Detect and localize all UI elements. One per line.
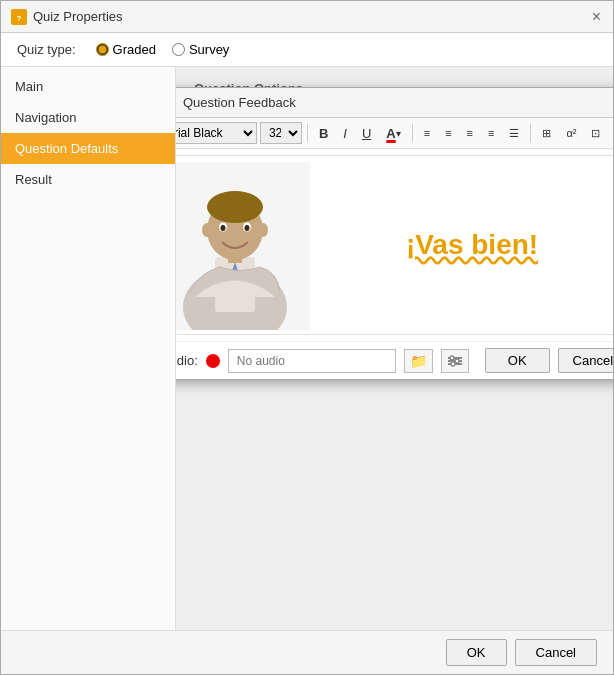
radio-graded[interactable]: Graded <box>96 42 156 57</box>
feedback-dialog-icon: ✓ <box>176 95 177 111</box>
align-justify-button[interactable]: ≡ <box>482 122 500 144</box>
sidebar-item-main[interactable]: Main <box>1 71 175 102</box>
footer-cancel-button[interactable]: Cancel <box>515 639 597 666</box>
quiz-type-radio-group: Graded Survey <box>96 42 230 57</box>
special-chars-button[interactable]: ⊞ <box>536 122 557 144</box>
radio-graded-input[interactable] <box>96 43 109 56</box>
size-select[interactable]: 32 <box>260 122 302 144</box>
dialog-cancel-button[interactable]: Cancel <box>558 348 613 373</box>
window-title: Quiz Properties <box>33 9 123 24</box>
svg-point-12 <box>258 223 268 237</box>
svg-point-16 <box>245 225 250 231</box>
feedback-content-text: ¡Vas bien! <box>406 229 538 261</box>
toolbar-sep-1 <box>307 124 308 142</box>
svg-point-15 <box>221 225 226 231</box>
person-image <box>176 160 313 330</box>
sidebar: Main Navigation Question Defaults Result <box>1 67 176 630</box>
audio-label: Audio: <box>176 353 198 368</box>
editor-toolbar: Arial Black 32 B I U A ▾ <box>176 118 613 149</box>
italic-button[interactable]: I <box>337 122 353 144</box>
footer-ok-button[interactable]: OK <box>446 639 507 666</box>
toolbar-sep-2 <box>412 124 413 142</box>
dialog-title-left: ✓ Question Feedback <box>176 95 296 111</box>
toolbar-sep-3 <box>530 124 531 142</box>
quiz-type-label: Quiz type: <box>17 42 76 57</box>
sidebar-item-question-defaults[interactable]: Question Defaults <box>1 133 175 164</box>
svg-point-22 <box>451 362 455 366</box>
radio-graded-label: Graded <box>113 42 156 57</box>
window-close-button[interactable]: × <box>590 9 603 25</box>
align-left-button[interactable]: ≡ <box>418 122 436 144</box>
audio-settings-button[interactable] <box>441 349 469 373</box>
title-bar-left: ? Quiz Properties <box>11 9 123 25</box>
quiz-type-bar: Quiz type: Graded Survey <box>1 33 613 67</box>
dialog-title-text: Question Feedback <box>183 95 296 110</box>
radio-survey-input[interactable] <box>172 43 185 56</box>
svg-point-21 <box>455 359 459 363</box>
audio-row: Audio: 📁 <box>176 341 613 379</box>
quiz-icon: ? <box>11 9 27 25</box>
bold-button[interactable]: B <box>313 122 334 144</box>
svg-point-11 <box>202 223 212 237</box>
svg-text:?: ? <box>17 13 22 22</box>
feedback-dialog: ✓ Question Feedback × Arial Black <box>176 87 613 380</box>
font-select[interactable]: Arial Black <box>176 122 257 144</box>
radio-survey-label: Survey <box>189 42 229 57</box>
bullets-button[interactable]: ☰ <box>503 122 525 144</box>
title-bar: ? Quiz Properties × <box>1 1 613 33</box>
dialog-title-bar: ✓ Question Feedback × <box>176 88 613 118</box>
dialog-ok-button[interactable]: OK <box>485 348 550 373</box>
audio-file-input[interactable] <box>228 349 396 373</box>
dialog-overlay: ✓ Question Feedback × Arial Black <box>176 67 613 630</box>
main-content: Question Options Points: ▲ ▼ Penalty: ▲ <box>176 67 613 630</box>
editor-text-area: ¡Vas bien! <box>313 219 613 271</box>
sidebar-item-navigation[interactable]: Navigation <box>1 102 175 133</box>
align-right-button[interactable]: ≡ <box>461 122 479 144</box>
window-body: Main Navigation Question Defaults Result… <box>1 67 613 630</box>
align-center-button[interactable]: ≡ <box>439 122 457 144</box>
insert-image-button[interactable]: ⊡ <box>585 122 606 144</box>
superscript-button[interactable]: α² <box>560 122 582 144</box>
underline-button[interactable]: U <box>356 122 377 144</box>
font-color-button[interactable]: A ▾ <box>380 122 406 144</box>
main-window: ? Quiz Properties × Quiz type: Graded Su… <box>0 0 614 675</box>
audio-browse-button[interactable]: 📁 <box>404 349 433 373</box>
editor-area[interactable]: ¡Vas bien! <box>176 155 613 335</box>
svg-point-10 <box>207 191 263 223</box>
audio-record-button[interactable] <box>206 354 220 368</box>
svg-point-20 <box>450 356 454 360</box>
sidebar-item-result[interactable]: Result <box>1 164 175 195</box>
window-footer: OK Cancel <box>1 630 613 674</box>
radio-survey[interactable]: Survey <box>172 42 229 57</box>
